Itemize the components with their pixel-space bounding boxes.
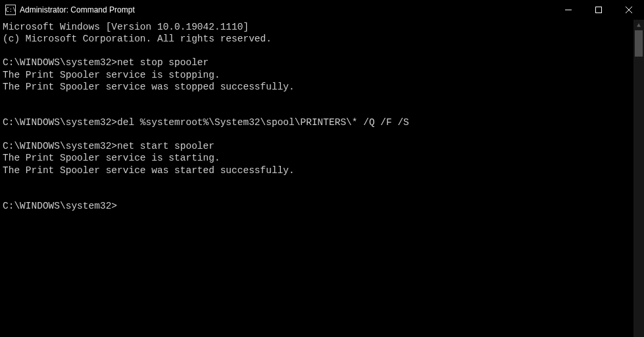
close-icon — [626, 7, 632, 13]
scrollbar[interactable]: ▲ — [633, 20, 644, 337]
close-button[interactable] — [614, 0, 644, 20]
cmd-icon: C:\ — [5, 5, 16, 15]
terminal-output[interactable]: Microsoft Windows [Version 10.0.19042.11… — [0, 20, 633, 337]
minimize-icon — [565, 7, 572, 13]
titlebar[interactable]: C:\ Administrator: Command Prompt — [0, 0, 644, 20]
scroll-up-arrow-icon[interactable]: ▲ — [633, 20, 644, 30]
window-title: Administrator: Command Prompt — [20, 5, 553, 14]
minimize-button[interactable] — [553, 0, 583, 20]
svg-rect-1 — [596, 7, 602, 13]
scroll-thumb[interactable] — [635, 30, 643, 57]
maximize-icon — [595, 7, 602, 13]
window-controls — [553, 0, 644, 20]
maximize-button[interactable] — [583, 0, 614, 20]
terminal-area: Microsoft Windows [Version 10.0.19042.11… — [0, 20, 644, 337]
